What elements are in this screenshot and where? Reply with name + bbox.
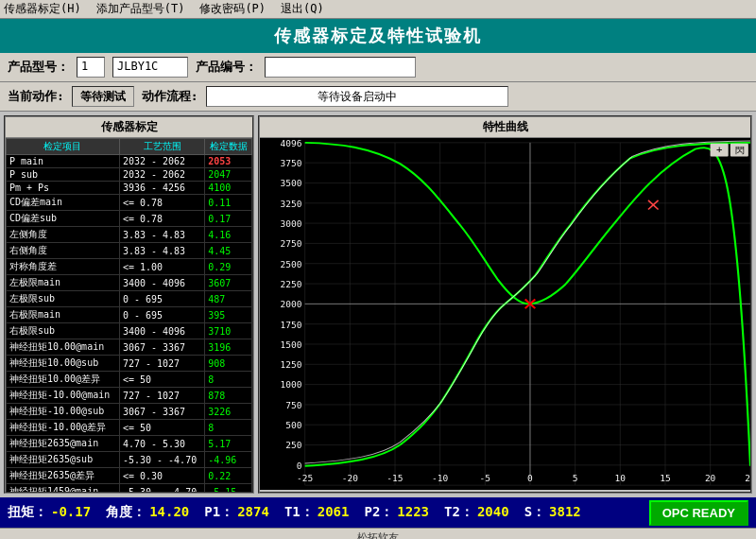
row-item: 神经扭矩2635@差异 (7, 468, 120, 484)
svg-text:1500: 1500 (281, 340, 302, 350)
row-range: 727 - 1027 (119, 388, 204, 404)
product-type-num[interactable]: 1 (77, 57, 105, 78)
row-range: <= 0.30 (119, 468, 204, 484)
row-data: 0.22 (205, 468, 252, 484)
row-data: 3196 (205, 339, 252, 356)
row-data: 3226 (205, 404, 252, 420)
row-range: 0 - 695 (119, 307, 204, 323)
p1-label: P1： (204, 504, 233, 521)
table-row: 神经扭矩10.00@差异<= 508 (7, 372, 252, 388)
svg-text:-20: -20 (342, 475, 358, 484)
svg-text:2250: 2250 (281, 280, 302, 289)
s-label: S： (524, 504, 545, 521)
product-type-name[interactable]: JLBY1C (112, 57, 188, 78)
table-row: 神经扭矩-10.00@sub3067 - 33673226 (7, 404, 252, 420)
table-row: 右极限main0 - 695395 (7, 307, 252, 323)
angle-label: 角度： (106, 504, 146, 521)
left-panel-title: 传感器标定 (6, 117, 252, 138)
current-action-label: 当前动作: (8, 88, 64, 105)
row-item: 神经扭矩-10.00@main (7, 388, 120, 404)
torque-value: -0.17 (51, 504, 91, 521)
flow-label: 动作流程: (142, 88, 198, 105)
svg-text:2750: 2750 (281, 240, 302, 250)
svg-text:3750: 3750 (281, 159, 302, 168)
chart-svg: 4096 3750 3500 3250 3000 2750 2500 2250 … (260, 138, 750, 490)
menu-calibrate[interactable]: 传感器标定(H) (4, 1, 81, 17)
row-item: 右极限main (7, 307, 120, 323)
row-data: 5.17 (205, 436, 252, 452)
p2-display: P2： 1223 (364, 504, 429, 521)
row-data: 4.16 (205, 227, 252, 243)
row-range: <= 50 (119, 372, 204, 388)
status-bar: 扭矩： -0.17 角度： 14.20 P1： 2874 T1： 2061 P2… (0, 497, 756, 528)
table-row: 神经扭矩2635@差异<= 0.300.22 (7, 468, 252, 484)
svg-text:20: 20 (705, 475, 715, 484)
row-data: 878 (205, 388, 252, 404)
title-bar: 传感器标定及特性试验机 (0, 19, 756, 53)
svg-text:+: + (716, 146, 722, 155)
row-item: 神经扭矩10.00@main (7, 339, 120, 356)
p1-value: 2874 (237, 504, 269, 521)
t2-label: T2： (444, 504, 473, 521)
chart-area: 4096 3750 3500 3250 3000 2750 2500 2250 … (260, 138, 750, 490)
p2-value: 1223 (397, 504, 429, 521)
table-row: CD偏差sub<= 0.780.17 (7, 211, 252, 227)
angle-value: 14.20 (149, 504, 189, 521)
row-range: -5.30 - -4.70 (119, 452, 204, 468)
row-data: 908 (205, 356, 252, 372)
t1-label: T1： (284, 504, 314, 521)
p1-display: P1： 2874 (204, 504, 269, 521)
t1-display: T1： 2061 (284, 504, 350, 521)
action-row: 当前动作: 等待测试 动作流程: 等待设备启动中 (0, 82, 756, 112)
col-header-range: 工艺范围 (119, 139, 204, 155)
row-data: 3710 (205, 323, 252, 339)
opc-button[interactable]: OPC READY (649, 500, 748, 526)
svg-text:5: 5 (573, 475, 578, 484)
table-row: 神经扭矩10.00@main3067 - 33673196 (7, 339, 252, 356)
col-header-item: 检定项目 (7, 139, 120, 155)
menu-exit[interactable]: 退出(Q) (281, 1, 324, 17)
row-item: 神经扭矩-10.00@sub (7, 404, 120, 420)
row-data: -4.96 (205, 452, 252, 468)
row-data: 395 (205, 307, 252, 323)
menu-change-password[interactable]: 修改密码(P) (199, 1, 266, 17)
s-value: 3812 (549, 504, 581, 521)
row-range: 4.70 - 5.30 (119, 436, 204, 452)
angle-display: 角度： 14.20 (106, 504, 189, 521)
svg-text:3000: 3000 (281, 219, 302, 229)
row-item: 左侧角度 (7, 227, 120, 243)
row-item: P sub (7, 168, 120, 182)
product-type-label: 产品型号： (8, 59, 69, 76)
row-data: 0.11 (205, 195, 252, 211)
menu-add-product[interactable]: 添加产品型号(T) (96, 1, 185, 17)
row-data: 4.45 (205, 243, 252, 259)
row-item: 左极限main (7, 275, 120, 291)
t2-display: T2： 2040 (444, 504, 509, 521)
product-id-value[interactable] (265, 57, 416, 78)
row-range: 3400 - 4096 (119, 323, 204, 339)
svg-text:1000: 1000 (281, 381, 302, 391)
row-item: P main (7, 155, 120, 168)
right-panel-title: 特性曲线 (260, 117, 750, 138)
t1-value: 2061 (318, 504, 350, 521)
row-range: 0 - 695 (119, 291, 204, 307)
main-area: 传感器标定 检定项目 工艺范围 检定数据 P main2032 - 206220… (0, 112, 756, 497)
row-item: 对称角度差 (7, 259, 120, 275)
table-row: 神经扭矩2635@main4.70 - 5.305.17 (7, 436, 252, 452)
table-row: CD偏差main<= 0.780.11 (7, 195, 252, 211)
svg-text:500: 500 (285, 421, 301, 430)
t2-value: 2040 (477, 504, 509, 521)
torque-label: 扭矩： (8, 504, 47, 521)
table-row: 神经扭矩-10.00@main727 - 1027878 (7, 388, 252, 404)
data-table: 检定项目 工艺范围 检定数据 P main2032 - 20622053P su… (6, 138, 252, 492)
torque-display: 扭矩： -0.17 (8, 504, 91, 521)
row-item: CD偏差sub (7, 211, 120, 227)
row-range: 727 - 1027 (119, 356, 204, 372)
row-range: -5.30 - -4.70 (119, 484, 204, 493)
s-display: S： 3812 (524, 504, 581, 521)
svg-text:0: 0 (297, 461, 302, 471)
row-range: 2032 - 2062 (119, 155, 204, 168)
table-row: 左极限sub0 - 695487 (7, 291, 252, 307)
row-data: 0.17 (205, 211, 252, 227)
table-row: 神经扭矩-10.00@差异<= 508 (7, 420, 252, 436)
